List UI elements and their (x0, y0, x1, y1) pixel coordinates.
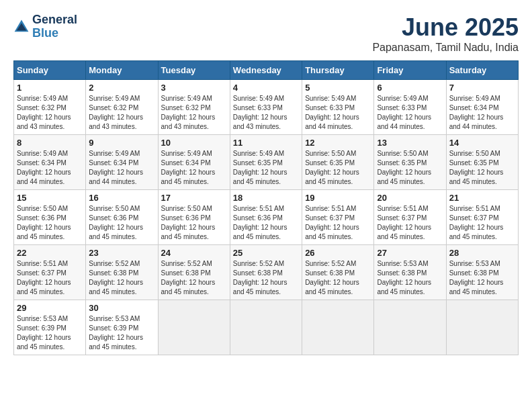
calendar-cell: 27 Sunrise: 5:53 AM Sunset: 6:38 PM Dayl… (374, 245, 446, 300)
day-info: Sunrise: 5:51 AM Sunset: 6:37 PM Dayligh… (305, 204, 371, 242)
calendar-header-monday: Monday (86, 61, 158, 80)
day-info: Sunrise: 5:53 AM Sunset: 6:39 PM Dayligh… (17, 314, 83, 352)
calendar-cell: 18 Sunrise: 5:51 AM Sunset: 6:36 PM Dayl… (230, 190, 302, 245)
day-number: 26 (305, 248, 371, 258)
day-info: Sunrise: 5:49 AM Sunset: 6:35 PM Dayligh… (233, 149, 299, 187)
day-number: 2 (89, 83, 154, 93)
day-info: Sunrise: 5:51 AM Sunset: 6:36 PM Dayligh… (233, 204, 299, 242)
day-number: 18 (233, 193, 299, 203)
calendar-cell: 28 Sunrise: 5:53 AM Sunset: 6:38 PM Dayl… (446, 245, 518, 300)
day-info: Sunrise: 5:49 AM Sunset: 6:34 PM Dayligh… (161, 149, 227, 187)
calendar-cell (446, 300, 518, 355)
logo: General Blue (13, 13, 77, 40)
calendar-cell (374, 300, 446, 355)
calendar-header-sunday: Sunday (14, 61, 86, 80)
calendar-week-row: 8 Sunrise: 5:49 AM Sunset: 6:34 PM Dayli… (14, 135, 519, 190)
calendar-cell: 22 Sunrise: 5:51 AM Sunset: 6:37 PM Dayl… (14, 245, 86, 300)
calendar-cell: 1 Sunrise: 5:49 AM Sunset: 6:32 PM Dayli… (14, 80, 86, 135)
day-info: Sunrise: 5:49 AM Sunset: 6:32 PM Dayligh… (161, 94, 227, 132)
calendar-cell (158, 300, 230, 355)
day-info: Sunrise: 5:49 AM Sunset: 6:33 PM Dayligh… (377, 94, 443, 132)
day-number: 7 (449, 83, 515, 93)
calendar-cell: 13 Sunrise: 5:50 AM Sunset: 6:35 PM Dayl… (374, 135, 446, 190)
day-number: 10 (161, 138, 227, 148)
location-title: Papanasam, Tamil Nadu, India (372, 42, 519, 54)
calendar-cell: 14 Sunrise: 5:50 AM Sunset: 6:35 PM Dayl… (446, 135, 518, 190)
calendar-week-row: 15 Sunrise: 5:50 AM Sunset: 6:36 PM Dayl… (14, 190, 519, 245)
calendar-cell: 4 Sunrise: 5:49 AM Sunset: 6:33 PM Dayli… (230, 80, 302, 135)
day-number: 17 (161, 193, 227, 203)
calendar-header-thursday: Thursday (302, 61, 374, 80)
calendar-cell: 11 Sunrise: 5:49 AM Sunset: 6:35 PM Dayl… (230, 135, 302, 190)
calendar-cell: 19 Sunrise: 5:51 AM Sunset: 6:37 PM Dayl… (302, 190, 374, 245)
calendar-header-row: SundayMondayTuesdayWednesdayThursdayFrid… (14, 61, 519, 80)
calendar-cell: 10 Sunrise: 5:49 AM Sunset: 6:34 PM Dayl… (158, 135, 230, 190)
day-number: 20 (377, 193, 443, 203)
calendar-cell: 8 Sunrise: 5:49 AM Sunset: 6:34 PM Dayli… (14, 135, 86, 190)
calendar-cell: 23 Sunrise: 5:52 AM Sunset: 6:38 PM Dayl… (86, 245, 158, 300)
day-number: 1 (17, 83, 83, 93)
calendar-week-row: 22 Sunrise: 5:51 AM Sunset: 6:37 PM Dayl… (14, 245, 519, 300)
day-info: Sunrise: 5:51 AM Sunset: 6:37 PM Dayligh… (449, 204, 515, 242)
calendar-cell: 25 Sunrise: 5:52 AM Sunset: 6:38 PM Dayl… (230, 245, 302, 300)
calendar-cell: 9 Sunrise: 5:49 AM Sunset: 6:34 PM Dayli… (86, 135, 158, 190)
day-number: 25 (233, 248, 299, 258)
day-number: 30 (89, 303, 154, 313)
day-number: 19 (305, 193, 371, 203)
calendar-cell: 12 Sunrise: 5:50 AM Sunset: 6:35 PM Dayl… (302, 135, 374, 190)
day-number: 16 (89, 193, 154, 203)
day-number: 14 (449, 138, 515, 148)
day-info: Sunrise: 5:49 AM Sunset: 6:34 PM Dayligh… (449, 94, 515, 132)
calendar-table: SundayMondayTuesdayWednesdayThursdayFrid… (13, 60, 519, 355)
day-number: 6 (377, 83, 443, 93)
calendar-cell: 15 Sunrise: 5:50 AM Sunset: 6:36 PM Dayl… (14, 190, 86, 245)
day-info: Sunrise: 5:50 AM Sunset: 6:35 PM Dayligh… (305, 149, 371, 187)
logo-icon (13, 19, 30, 35)
day-number: 29 (17, 303, 83, 313)
calendar-cell: 29 Sunrise: 5:53 AM Sunset: 6:39 PM Dayl… (14, 300, 86, 355)
day-info: Sunrise: 5:49 AM Sunset: 6:32 PM Dayligh… (17, 94, 83, 132)
calendar-header-wednesday: Wednesday (230, 61, 302, 80)
day-info: Sunrise: 5:51 AM Sunset: 6:37 PM Dayligh… (17, 259, 83, 297)
title-area: June 2025 Papanasam, Tamil Nadu, India (372, 13, 519, 54)
day-info: Sunrise: 5:49 AM Sunset: 6:34 PM Dayligh… (89, 149, 154, 187)
day-number: 22 (17, 248, 83, 258)
day-info: Sunrise: 5:52 AM Sunset: 6:38 PM Dayligh… (89, 259, 154, 297)
day-info: Sunrise: 5:52 AM Sunset: 6:38 PM Dayligh… (305, 259, 371, 297)
day-info: Sunrise: 5:52 AM Sunset: 6:38 PM Dayligh… (161, 259, 227, 297)
calendar-cell: 20 Sunrise: 5:51 AM Sunset: 6:37 PM Dayl… (374, 190, 446, 245)
calendar-header-tuesday: Tuesday (158, 61, 230, 80)
day-number: 8 (17, 138, 83, 148)
day-number: 23 (89, 248, 154, 258)
calendar-body: 1 Sunrise: 5:49 AM Sunset: 6:32 PM Dayli… (14, 80, 519, 355)
day-info: Sunrise: 5:51 AM Sunset: 6:37 PM Dayligh… (377, 204, 443, 242)
day-number: 13 (377, 138, 443, 148)
day-info: Sunrise: 5:50 AM Sunset: 6:36 PM Dayligh… (161, 204, 227, 242)
calendar-cell (230, 300, 302, 355)
logo-line1: General (32, 13, 77, 27)
calendar-cell: 3 Sunrise: 5:49 AM Sunset: 6:32 PM Dayli… (158, 80, 230, 135)
day-number: 24 (161, 248, 227, 258)
day-number: 27 (377, 248, 443, 258)
day-info: Sunrise: 5:49 AM Sunset: 6:34 PM Dayligh… (17, 149, 83, 187)
day-info: Sunrise: 5:53 AM Sunset: 6:38 PM Dayligh… (449, 259, 515, 297)
day-number: 28 (449, 248, 515, 258)
calendar-cell: 30 Sunrise: 5:53 AM Sunset: 6:39 PM Dayl… (86, 300, 158, 355)
day-number: 15 (17, 193, 83, 203)
day-info: Sunrise: 5:49 AM Sunset: 6:33 PM Dayligh… (305, 94, 371, 132)
calendar-cell: 5 Sunrise: 5:49 AM Sunset: 6:33 PM Dayli… (302, 80, 374, 135)
day-info: Sunrise: 5:49 AM Sunset: 6:33 PM Dayligh… (233, 94, 299, 132)
calendar-cell: 16 Sunrise: 5:50 AM Sunset: 6:36 PM Dayl… (86, 190, 158, 245)
day-info: Sunrise: 5:50 AM Sunset: 6:35 PM Dayligh… (377, 149, 443, 187)
day-info: Sunrise: 5:50 AM Sunset: 6:36 PM Dayligh… (89, 204, 154, 242)
day-number: 21 (449, 193, 515, 203)
day-number: 11 (233, 138, 299, 148)
day-number: 5 (305, 83, 371, 93)
calendar-cell: 6 Sunrise: 5:49 AM Sunset: 6:33 PM Dayli… (374, 80, 446, 135)
day-number: 9 (89, 138, 154, 148)
day-info: Sunrise: 5:53 AM Sunset: 6:39 PM Dayligh… (89, 314, 154, 352)
day-info: Sunrise: 5:52 AM Sunset: 6:38 PM Dayligh… (233, 259, 299, 297)
day-info: Sunrise: 5:49 AM Sunset: 6:32 PM Dayligh… (89, 94, 154, 132)
day-number: 3 (161, 83, 227, 93)
day-info: Sunrise: 5:50 AM Sunset: 6:35 PM Dayligh… (449, 149, 515, 187)
